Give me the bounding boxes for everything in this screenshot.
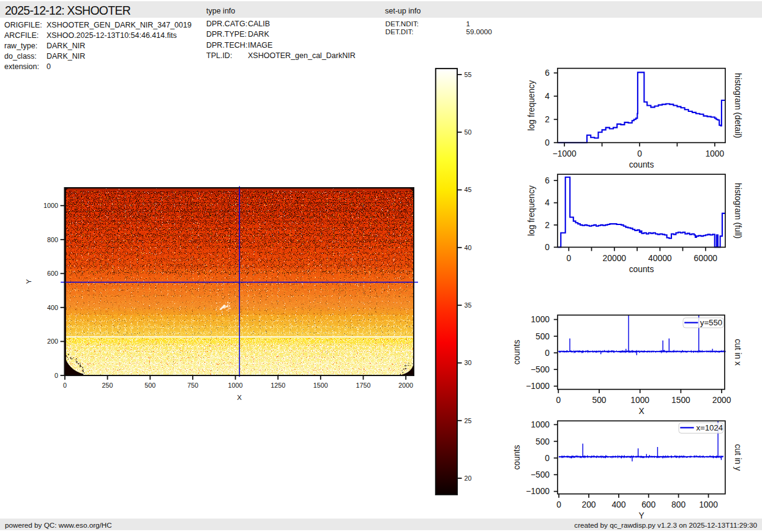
svg-text:1000: 1000 bbox=[630, 396, 649, 405]
svg-text:750: 750 bbox=[187, 382, 198, 389]
svg-text:1000: 1000 bbox=[531, 315, 550, 324]
svg-text:0: 0 bbox=[63, 382, 67, 389]
svg-text:0: 0 bbox=[545, 349, 550, 358]
svg-text:−1000: −1000 bbox=[553, 149, 577, 158]
svg-text:6: 6 bbox=[545, 68, 550, 78]
svg-text:45: 45 bbox=[465, 186, 472, 193]
svg-text:800: 800 bbox=[47, 236, 58, 243]
svg-text:x=1024: x=1024 bbox=[696, 423, 723, 432]
svg-text:500: 500 bbox=[592, 396, 606, 405]
svg-text:6: 6 bbox=[545, 176, 550, 185]
svg-text:200: 200 bbox=[47, 338, 58, 345]
svg-text:y=550: y=550 bbox=[700, 318, 722, 327]
svg-text:1000: 1000 bbox=[699, 500, 718, 509]
svg-text:2000: 2000 bbox=[712, 396, 731, 405]
svg-text:−500: −500 bbox=[531, 470, 550, 479]
svg-text:2: 2 bbox=[545, 221, 550, 230]
svg-text:−1000: −1000 bbox=[526, 487, 550, 496]
svg-text:55: 55 bbox=[465, 71, 472, 78]
svg-text:400: 400 bbox=[47, 304, 58, 311]
svg-text:60000: 60000 bbox=[694, 254, 718, 263]
svg-text:X: X bbox=[237, 394, 242, 401]
svg-text:1000: 1000 bbox=[531, 420, 550, 429]
svg-text:Y: Y bbox=[638, 511, 644, 520]
svg-text:histogram (full): histogram (full) bbox=[733, 183, 742, 238]
svg-text:0: 0 bbox=[54, 372, 58, 379]
svg-text:500: 500 bbox=[536, 332, 550, 341]
svg-text:800: 800 bbox=[671, 500, 685, 509]
svg-text:1000: 1000 bbox=[705, 149, 724, 158]
svg-text:−1000: −1000 bbox=[526, 382, 550, 391]
svg-text:histogram (detail): histogram (detail) bbox=[733, 73, 742, 138]
svg-text:0: 0 bbox=[545, 138, 550, 147]
svg-text:1750: 1750 bbox=[356, 382, 370, 389]
svg-text:log frequency: log frequency bbox=[527, 80, 536, 131]
svg-text:counts: counts bbox=[629, 265, 654, 274]
svg-text:250: 250 bbox=[102, 382, 113, 389]
svg-text:2: 2 bbox=[545, 115, 550, 124]
svg-text:−500: −500 bbox=[531, 365, 550, 374]
svg-text:20000: 20000 bbox=[603, 254, 627, 263]
svg-text:2000: 2000 bbox=[398, 382, 413, 389]
svg-text:1500: 1500 bbox=[313, 382, 328, 389]
svg-text:20: 20 bbox=[465, 475, 472, 482]
svg-text:200: 200 bbox=[581, 500, 596, 509]
svg-text:25: 25 bbox=[465, 417, 472, 424]
svg-text:Y: Y bbox=[25, 279, 32, 284]
svg-text:0: 0 bbox=[545, 243, 550, 252]
svg-text:counts: counts bbox=[512, 445, 521, 470]
svg-text:1250: 1250 bbox=[271, 382, 285, 389]
svg-text:4: 4 bbox=[545, 198, 550, 207]
svg-text:0: 0 bbox=[637, 149, 642, 158]
svg-text:40: 40 bbox=[465, 244, 472, 251]
svg-text:600: 600 bbox=[641, 500, 656, 509]
svg-text:0: 0 bbox=[556, 396, 561, 405]
svg-text:cut in x: cut in x bbox=[733, 339, 742, 366]
svg-text:1000: 1000 bbox=[43, 202, 58, 209]
svg-text:1500: 1500 bbox=[671, 396, 690, 405]
svg-text:4: 4 bbox=[545, 92, 550, 101]
svg-text:35: 35 bbox=[465, 301, 472, 309]
svg-text:500: 500 bbox=[536, 437, 550, 446]
svg-text:500: 500 bbox=[144, 382, 155, 389]
svg-text:50: 50 bbox=[465, 128, 472, 136]
svg-text:counts: counts bbox=[512, 340, 521, 365]
svg-text:600: 600 bbox=[47, 270, 58, 277]
svg-text:30: 30 bbox=[465, 359, 472, 366]
svg-text:1000: 1000 bbox=[228, 382, 243, 389]
svg-text:X: X bbox=[638, 407, 644, 416]
svg-text:cut in y: cut in y bbox=[733, 444, 742, 471]
svg-text:40000: 40000 bbox=[648, 254, 672, 263]
svg-text:0: 0 bbox=[566, 254, 571, 263]
svg-text:0: 0 bbox=[545, 454, 550, 463]
svg-text:log frequency: log frequency bbox=[527, 185, 536, 236]
svg-text:counts: counts bbox=[629, 160, 654, 169]
svg-text:400: 400 bbox=[611, 500, 626, 509]
svg-text:0: 0 bbox=[556, 500, 561, 509]
